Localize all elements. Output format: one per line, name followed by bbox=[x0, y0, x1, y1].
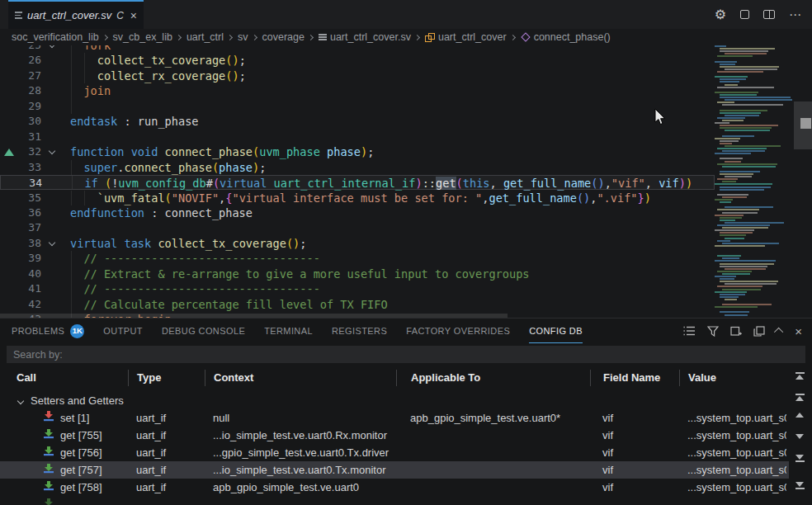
panel-tab-config-db[interactable]: CONFIG DB bbox=[529, 319, 583, 343]
editor-tab-bar: uart_ctrl_cover.sv C × ⚙ ⋯ bbox=[0, 0, 812, 29]
more-actions-icon[interactable]: ⋯ bbox=[789, 7, 802, 22]
code-line[interactable]: 34 if (!uvm_config_db#(virtual uart_ctrl… bbox=[0, 175, 715, 190]
panel-tab-registers[interactable]: REGISTERS bbox=[332, 319, 387, 343]
vscode-window: uart_ctrl_cover.sv C × ⚙ ⋯ soc_verificat… bbox=[0, 0, 812, 505]
table-row[interactable]: get [758]uart_ifapb_gpio_simple_test.ve.… bbox=[0, 479, 789, 496]
scroll-to-bottom-icon[interactable] bbox=[794, 482, 805, 489]
layout-square-icon[interactable] bbox=[740, 10, 749, 19]
panel-tab-label: REGISTERS bbox=[332, 319, 387, 343]
class-symbol-icon bbox=[425, 33, 435, 42]
list-icon[interactable] bbox=[683, 326, 696, 336]
breadcrumb-label: uart_ctrl_cover bbox=[438, 31, 507, 43]
code-text: join bbox=[70, 83, 111, 98]
panel-tab-debug-console[interactable]: DEBUG CONSOLE bbox=[162, 319, 245, 343]
column-header-value[interactable]: Value bbox=[679, 370, 786, 386]
chevron-right-icon bbox=[251, 34, 257, 40]
scroll-up-icon[interactable] bbox=[794, 413, 805, 418]
duplicate-icon[interactable] bbox=[753, 326, 765, 337]
column-header-applicable-to[interactable]: Applicable To bbox=[396, 370, 590, 386]
maximize-panel-icon[interactable] bbox=[774, 328, 783, 337]
code-text: collect_rx_coverage(); bbox=[70, 68, 246, 83]
scroll-to-top-icon[interactable] bbox=[794, 372, 805, 380]
search-input[interactable] bbox=[7, 346, 805, 363]
code-line[interactable]: 28 join bbox=[0, 83, 715, 98]
cell-applicable-to bbox=[396, 427, 590, 444]
code-line[interactable]: 32function void connect_phase(uvm_phase … bbox=[0, 144, 715, 159]
panel-tab-problems[interactable]: PROBLEMS1K bbox=[12, 319, 84, 343]
cell-value: ...system_top.uart_s0 bbox=[679, 427, 786, 444]
code-text: function void connect_phase(uvm_phase ph… bbox=[70, 144, 374, 159]
open-window-icon[interactable] bbox=[730, 326, 742, 337]
code-line[interactable]: 29 bbox=[0, 99, 715, 114]
split-editor-icon[interactable] bbox=[763, 10, 775, 19]
code-line[interactable]: 36endfunction : connect_phase bbox=[0, 205, 715, 220]
code-text: // -------------------------------- bbox=[70, 281, 320, 296]
get-icon bbox=[43, 496, 54, 505]
line-number: 30 bbox=[0, 114, 41, 129]
breadcrumb-item[interactable]: sv_cb_ex_lib bbox=[113, 31, 172, 43]
code-line[interactable]: 37 bbox=[0, 220, 715, 235]
breadcrumb-item[interactable]: uart_ctrl bbox=[186, 31, 224, 43]
code-line[interactable]: 33 super.connect_phase(phase); bbox=[0, 160, 715, 175]
line-number: 29 bbox=[0, 99, 41, 114]
file-icon bbox=[319, 32, 327, 41]
cell-type: uart_if bbox=[128, 461, 205, 479]
scroll-page-down-icon[interactable] bbox=[794, 455, 805, 462]
code-line[interactable]: 31 bbox=[0, 130, 715, 144]
scrollbar-handle[interactable] bbox=[800, 118, 811, 129]
table-row[interactable]: get [756]uart_if...gpio_simple_test.ve.u… bbox=[0, 444, 789, 461]
breadcrumb-label: coverage bbox=[262, 31, 304, 43]
column-header-context[interactable]: Context bbox=[205, 370, 396, 386]
column-header-field-name[interactable]: Field Name bbox=[590, 370, 679, 386]
breadcrumb-item[interactable]: coverage bbox=[262, 31, 304, 43]
code-line[interactable]: 38virtual task collect_tx_coverage(); bbox=[0, 236, 715, 251]
code-line[interactable]: 30endtask : run_phase bbox=[0, 114, 715, 129]
tab-uart-ctrl-cover[interactable]: uart_ctrl_cover.sv C × bbox=[8, 0, 144, 29]
code-line[interactable]: 41 // -------------------------------- bbox=[0, 281, 715, 296]
panel-tab-output[interactable]: OUTPUT bbox=[103, 319, 143, 343]
code-text: endtask : run_phase bbox=[70, 114, 199, 129]
panel-tab-terminal[interactable]: TERMINAL bbox=[264, 319, 313, 343]
column-header-call[interactable]: Call bbox=[0, 370, 128, 386]
cell-field-name: vif bbox=[590, 479, 679, 496]
panel-tab-label: OUTPUT bbox=[103, 319, 143, 343]
breadcrumb-item[interactable]: connect_phase() bbox=[521, 31, 611, 43]
cell-field-name: vif bbox=[590, 461, 679, 479]
breadcrumb-label: soc_verification_lib bbox=[12, 31, 99, 43]
table-row[interactable]: get [757]uart_if...io_simple_test.ve.uar… bbox=[0, 461, 789, 479]
breadcrumb-item[interactable]: uart_ctrl_cover.sv bbox=[319, 31, 411, 43]
filter-icon[interactable] bbox=[707, 326, 719, 337]
breadcrumb-item[interactable]: uart_ctrl_cover bbox=[425, 31, 507, 43]
panel-tab-label: CONFIG DB bbox=[529, 319, 583, 343]
code-line[interactable]: 35 `uvm_fatal("NOVIF",{"virtual interfac… bbox=[0, 191, 715, 205]
code-line[interactable]: 40 // Extract & re-arrange to give a mor… bbox=[0, 267, 715, 281]
minimap[interactable] bbox=[715, 45, 794, 318]
code-line[interactable]: 42 // Calculate percentage fill level of… bbox=[0, 297, 715, 312]
breadcrumb-item[interactable]: sv bbox=[238, 31, 248, 43]
settings-gear-icon[interactable]: ⚙ bbox=[715, 7, 726, 22]
tab-close-icon[interactable]: × bbox=[130, 10, 137, 21]
tab-label: uart_ctrl_cover.sv bbox=[27, 9, 111, 21]
column-header-type[interactable]: Type bbox=[128, 370, 205, 386]
panel-tab-label: DEBUG CONSOLE bbox=[162, 319, 245, 343]
code-editor[interactable]: 25 fork26 collect_tx_coverage();27 colle… bbox=[0, 45, 812, 318]
scroll-down-icon[interactable] bbox=[794, 434, 805, 439]
breadcrumb-item[interactable]: soc_verification_lib bbox=[12, 31, 99, 43]
code-line[interactable]: 26 collect_tx_coverage(); bbox=[0, 53, 715, 68]
editor-scrollbar[interactable] bbox=[794, 45, 812, 318]
fold-chevron-icon[interactable] bbox=[49, 239, 55, 246]
code-line[interactable]: 25 fork bbox=[0, 45, 715, 53]
table-row[interactable]: get [755]uart_if...io_simple_test.ve.uar… bbox=[0, 427, 789, 444]
close-panel-icon[interactable]: × bbox=[795, 325, 802, 337]
line-number: 38 bbox=[0, 236, 41, 251]
code-line[interactable]: 39 // -------------------------------- bbox=[0, 251, 715, 266]
code-line[interactable]: 27 collect_rx_coverage(); bbox=[0, 68, 715, 83]
scroll-page-up-icon[interactable] bbox=[794, 394, 805, 401]
panel-tab-factory-overrides[interactable]: FACTORY OVERRIDES bbox=[406, 319, 510, 343]
window-actions: ⚙ ⋯ bbox=[715, 0, 802, 29]
table-row[interactable]: set [1]uart_ifnullapb_gpio_simple_test.v… bbox=[0, 409, 789, 427]
fold-chevron-icon[interactable] bbox=[49, 148, 55, 154]
table-group-row[interactable]: Setters and Getters bbox=[0, 392, 789, 409]
code-text: // Extract & re-arrange to give a more u… bbox=[70, 267, 530, 281]
fold-chevron-icon[interactable] bbox=[49, 45, 55, 48]
